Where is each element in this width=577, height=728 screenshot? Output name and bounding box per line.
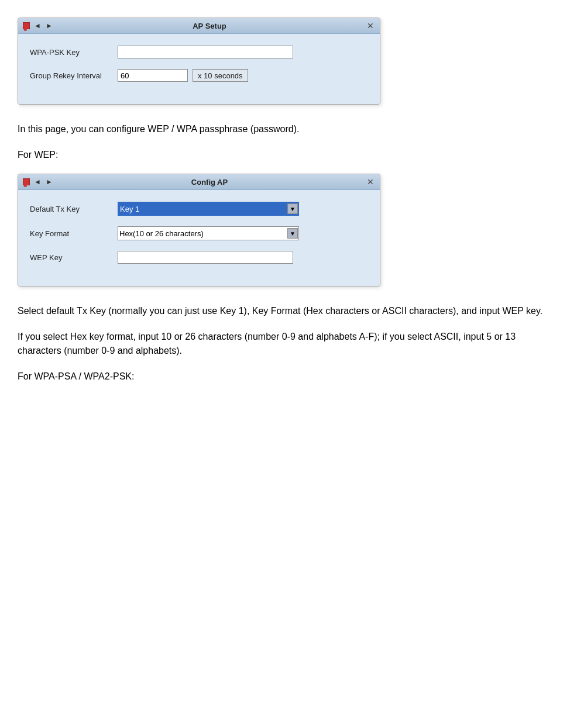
stop-button[interactable]: ■ <box>23 22 30 29</box>
wpa-psk-label: WPA-PSK Key <box>30 48 118 57</box>
key-format-row: Key Format Hex(10 or 26 characters) ASCI… <box>30 226 368 240</box>
x10-seconds-label: x 10 seconds <box>193 69 248 82</box>
config-ap-titlebar-controls: ■ ◄ ► <box>23 178 53 186</box>
config-ap-body: Default Tx Key Key 1 Key 2 Key 3 Key 4 ▼… <box>18 190 380 286</box>
config-ap-back-button[interactable]: ◄ <box>33 178 42 186</box>
key-format-select[interactable]: Hex(10 or 26 characters) ASCII(5 or 13 c… <box>118 226 299 240</box>
default-tx-key-label: Default Tx Key <box>30 205 118 213</box>
default-tx-key-select[interactable]: Key 1 Key 2 Key 3 Key 4 <box>118 202 299 216</box>
ap-setup-form: WPA-PSK Key Group Rekey Interval x 10 se… <box>30 46 368 82</box>
config-ap-forward-button[interactable]: ► <box>45 178 53 186</box>
key-format-select-wrapper: Hex(10 or 26 characters) ASCII(5 or 13 c… <box>118 226 299 240</box>
wep-key-label: WEP Key <box>30 253 118 262</box>
config-ap-stop-icon: ■ <box>23 182 27 188</box>
titlebar-controls: ■ ◄ ► <box>23 22 53 30</box>
ap-setup-window: ■ ◄ ► AP Setup ✕ WPA-PSK Key Group Rekey… <box>18 18 380 105</box>
group-rekey-label: Group Rekey Interval <box>30 71 118 80</box>
wep-key-row: WEP Key <box>30 251 368 264</box>
config-ap-close-button[interactable]: ✕ <box>366 177 375 187</box>
ap-setup-close-button[interactable]: ✕ <box>366 21 375 30</box>
config-ap-stop-button[interactable]: ■ <box>23 178 30 185</box>
wpa-psk-row: WPA-PSK Key <box>30 46 368 58</box>
back-button[interactable]: ◄ <box>33 22 42 30</box>
group-rekey-row: Group Rekey Interval x 10 seconds <box>30 69 368 82</box>
forward-button[interactable]: ► <box>45 22 53 30</box>
wep-key-input[interactable] <box>118 251 293 264</box>
paragraph-for-wep: For WEP: <box>18 148 559 162</box>
ap-setup-titlebar: ■ ◄ ► AP Setup ✕ <box>18 18 380 34</box>
wpa-psk-input[interactable] <box>118 46 293 58</box>
stop-icon: ■ <box>23 26 27 32</box>
config-ap-title: Config AP <box>53 178 366 187</box>
ap-setup-body: WPA-PSK Key Group Rekey Interval x 10 se… <box>18 34 380 104</box>
group-rekey-input[interactable] <box>118 69 188 82</box>
paragraph-configure-wep-wpa: In this page, you can configure WEP / WP… <box>18 122 559 136</box>
config-ap-form: Default Tx Key Key 1 Key 2 Key 3 Key 4 ▼… <box>30 202 368 264</box>
key-format-label: Key Format <box>30 229 118 238</box>
paragraph-select-tx-key: Select default Tx Key (normally you can … <box>18 304 559 318</box>
paragraph-hex-ascii: If you select Hex key format, input 10 o… <box>18 330 559 358</box>
default-tx-key-select-wrapper: Key 1 Key 2 Key 3 Key 4 ▼ <box>118 202 299 216</box>
default-tx-key-row: Default Tx Key Key 1 Key 2 Key 3 Key 4 ▼ <box>30 202 368 216</box>
config-ap-window: ■ ◄ ► Config AP ✕ Default Tx Key Key 1 K… <box>18 174 380 287</box>
ap-setup-title: AP Setup <box>53 22 366 30</box>
paragraph-for-wpa-psk: For WPA-PSA / WPA2-PSK: <box>18 370 559 384</box>
config-ap-titlebar: ■ ◄ ► Config AP ✕ <box>18 174 380 190</box>
